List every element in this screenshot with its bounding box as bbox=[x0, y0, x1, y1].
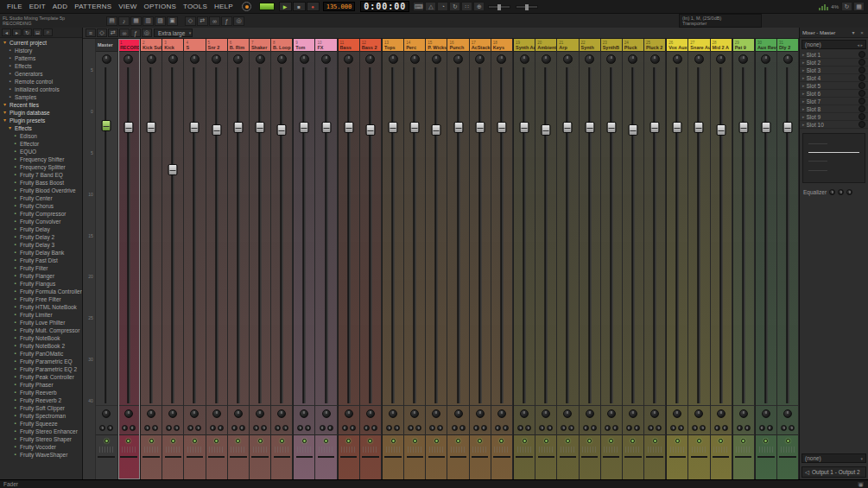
channel-enable-led[interactable] bbox=[214, 439, 219, 443]
send-knob[interactable] bbox=[122, 425, 128, 431]
swap-icon[interactable]: ⇄ bbox=[108, 29, 118, 37]
volume-fader[interactable] bbox=[404, 66, 425, 405]
stereo-separation-knob[interactable] bbox=[542, 409, 550, 418]
channel-header[interactable]: 23 SynthB bbox=[601, 39, 622, 52]
channel-enable-led[interactable] bbox=[346, 439, 351, 443]
channel-header[interactable]: 28 Mid 2 A bbox=[711, 39, 732, 52]
send-knob[interactable] bbox=[517, 425, 523, 431]
volume-fader[interactable] bbox=[315, 66, 336, 405]
channel-enable-led[interactable] bbox=[126, 439, 130, 443]
send-knob[interactable] bbox=[130, 425, 136, 431]
slot-mix-knob[interactable] bbox=[858, 98, 865, 105]
browser-item[interactable]: ▪ Fruity Reeverb bbox=[0, 389, 82, 396]
swap-icon[interactable]: ⇄ bbox=[197, 16, 208, 26]
pan-knob[interactable] bbox=[738, 54, 748, 64]
mixer-channel-strip[interactable]: 12 Bass 2 bbox=[360, 39, 382, 479]
fader-handle[interactable] bbox=[783, 122, 793, 133]
stereo-separation-knob[interactable] bbox=[212, 409, 221, 418]
fx-icon[interactable]: ƒ bbox=[130, 29, 141, 37]
effect-slot[interactable]: ▸ Slot 8 bbox=[800, 105, 868, 113]
volume-fader[interactable] bbox=[339, 66, 359, 405]
playlist-icon[interactable]: ▤ bbox=[106, 16, 117, 26]
send-knob[interactable] bbox=[394, 425, 400, 431]
mixer-channel-strip[interactable]: 30 Aux Reverb bbox=[755, 39, 777, 479]
stereo-separation-knob[interactable] bbox=[168, 409, 177, 418]
channel-header[interactable]: 14 Perc bbox=[404, 39, 425, 52]
mixer-channel-strip[interactable]: 25 Pluck 2 bbox=[644, 39, 666, 479]
channel-header[interactable]: Master bbox=[96, 39, 117, 52]
browser-item[interactable]: ▪ Frequency Splitter bbox=[0, 163, 82, 171]
footer-slider[interactable] bbox=[493, 456, 510, 458]
browser-item[interactable]: ▪ Frequency Shifter bbox=[0, 155, 82, 163]
slot-arrow-icon[interactable]: ▸ bbox=[802, 75, 805, 80]
mixer-channel-strip[interactable]: 19 Synth Aux bbox=[513, 39, 535, 479]
volume-fader[interactable] bbox=[733, 66, 754, 405]
footer-slider[interactable] bbox=[120, 456, 136, 458]
back-icon[interactable]: ◂ bbox=[2, 29, 11, 36]
pan-knob[interactable] bbox=[233, 54, 243, 64]
channel-header[interactable]: 3 Kick bbox=[162, 39, 183, 52]
status-grid-icon[interactable]: ▦ bbox=[857, 481, 865, 487]
browser-item[interactable]: ▪ Fruity NoteBook bbox=[0, 334, 82, 342]
footer-slider[interactable] bbox=[251, 456, 268, 458]
footer-slider[interactable] bbox=[450, 456, 466, 458]
channel-header[interactable]: 1 RECORDING bbox=[118, 39, 139, 52]
eq-high-knob[interactable] bbox=[846, 189, 852, 195]
channel-header[interactable]: 16 Punch bbox=[447, 39, 468, 52]
footer-slider[interactable] bbox=[274, 456, 290, 458]
mixer-channel-strip[interactable]: 7 Shaker bbox=[250, 39, 271, 479]
send-knob[interactable] bbox=[386, 425, 392, 431]
send-knob[interactable] bbox=[107, 425, 113, 431]
mixer-channel-strip[interactable]: 16 Punch bbox=[447, 39, 469, 479]
fader-handle[interactable] bbox=[497, 122, 506, 133]
slot-mix-knob[interactable] bbox=[858, 121, 865, 128]
effect-slot[interactable]: ▸ Slot 3 bbox=[800, 67, 868, 74]
stereo-separation-knob[interactable] bbox=[345, 409, 353, 418]
send-knob[interactable] bbox=[678, 425, 684, 431]
send-knob[interactable] bbox=[99, 425, 105, 431]
pan-knob[interactable] bbox=[716, 54, 725, 64]
snap-icon[interactable]: ◇ bbox=[97, 29, 107, 37]
browser-item[interactable]: ▾ Effects bbox=[0, 124, 82, 132]
bottom-preset-selector[interactable]: (none) ▾ bbox=[801, 453, 866, 463]
mixer-channel-strip[interactable]: 8 B. Loop bbox=[271, 39, 293, 479]
channel-enable-led[interactable] bbox=[653, 439, 657, 443]
stereo-separation-knob[interactable] bbox=[694, 409, 703, 418]
browser-item[interactable]: ▪ Fruity Flanger bbox=[0, 272, 82, 280]
volume-fader[interactable] bbox=[557, 66, 578, 405]
browser-item[interactable]: ▪ Fruity Phaser bbox=[0, 381, 82, 389]
channel-header[interactable]: 5 Snr 2 bbox=[206, 39, 227, 52]
fader-handle[interactable] bbox=[432, 124, 441, 136]
channel-enable-led[interactable] bbox=[434, 439, 439, 443]
fader-handle[interactable] bbox=[147, 122, 156, 133]
channel-enable-led[interactable] bbox=[105, 439, 109, 443]
send-knob[interactable] bbox=[152, 425, 158, 431]
volume-fader[interactable] bbox=[271, 66, 292, 405]
mixer-channel-strip[interactable]: 5 Snr 2 bbox=[206, 39, 228, 479]
send-knob[interactable] bbox=[648, 425, 654, 431]
piano-roll-icon[interactable]: ♪ bbox=[118, 16, 130, 26]
stereo-separation-knob[interactable] bbox=[650, 409, 659, 418]
wait-icon[interactable]: ◔ bbox=[437, 2, 448, 11]
channel-header[interactable]: 22 Synth bbox=[580, 39, 600, 52]
fader-handle[interactable] bbox=[168, 164, 178, 175]
send-knob[interactable] bbox=[327, 425, 333, 431]
menu-patterns[interactable]: PATTERNS bbox=[71, 3, 115, 10]
browser-item[interactable]: ▪ Patterns bbox=[0, 54, 82, 62]
send-knob[interactable] bbox=[767, 425, 773, 431]
browser-item[interactable]: ▪ Remote control bbox=[0, 78, 82, 86]
browser-item[interactable]: ▪ Fruity Convolver bbox=[0, 218, 82, 225]
send-knob[interactable] bbox=[539, 425, 545, 431]
slot-arrow-icon[interactable]: ▸ bbox=[802, 60, 805, 65]
send-knob[interactable] bbox=[408, 425, 414, 431]
channel-enable-led[interactable] bbox=[413, 439, 417, 443]
channel-header[interactable]: 19 Synth Aux bbox=[514, 39, 535, 52]
slot-arrow-icon[interactable]: ▸ bbox=[802, 67, 805, 73]
stereo-separation-knob[interactable] bbox=[277, 409, 286, 418]
browser-item[interactable]: ▪ Initialized controls bbox=[0, 86, 82, 93]
browser-item[interactable]: ▾ Plugin database bbox=[0, 109, 82, 117]
fader-handle[interactable] bbox=[542, 124, 551, 136]
browser-item[interactable]: ▪ History bbox=[0, 47, 82, 54]
stereo-separation-knob[interactable] bbox=[234, 409, 243, 418]
volume-fader[interactable] bbox=[667, 66, 687, 405]
